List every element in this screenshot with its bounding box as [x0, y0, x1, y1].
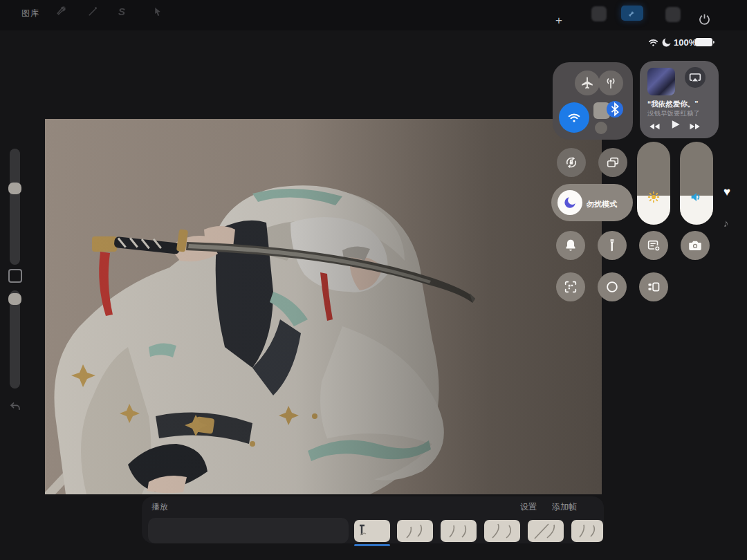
music-note-icon[interactable]: ♪ [723, 217, 729, 229]
rewind-icon[interactable] [647, 120, 661, 131]
transform-arrow-icon[interactable] [151, 6, 164, 18]
gallery-button[interactable]: 图库 [21, 8, 39, 19]
stage-manager-button[interactable] [639, 272, 668, 301]
brightness-slider[interactable] [637, 142, 670, 225]
cellular-data-button[interactable] [598, 71, 623, 95]
hotspot-dot [595, 122, 607, 134]
bluetooth-button[interactable] [607, 101, 623, 118]
ipad-screen: 图库 S + 100% [0, 0, 747, 560]
rotation-lock-button[interactable] [557, 148, 586, 177]
status-moon-icon [661, 37, 672, 48]
actions-wrench-icon[interactable] [54, 6, 66, 18]
opacity-handle[interactable] [8, 293, 21, 305]
frame-thumbnail-2[interactable] [397, 520, 433, 542]
brush-icon[interactable] [591, 6, 607, 21]
screen-mirroring-button[interactable] [598, 148, 627, 177]
modify-button[interactable] [8, 269, 22, 283]
active-tool-button[interactable] [621, 6, 643, 21]
volume-slider[interactable] [680, 142, 713, 225]
brush-size-handle[interactable] [8, 183, 21, 194]
power-icon[interactable] [697, 12, 712, 27]
undo-icon[interactable] [8, 400, 22, 413]
frame-thumbnail-3[interactable] [441, 520, 477, 542]
sun-icon [646, 189, 661, 205]
speaker-icon [689, 189, 704, 205]
fast-forward-icon[interactable] [688, 120, 702, 131]
bell-button[interactable] [556, 231, 585, 260]
screen-record-button[interactable] [598, 272, 627, 301]
frame-thumbnail-6[interactable] [571, 520, 603, 542]
selection-icon[interactable]: S [118, 6, 131, 18]
play-button[interactable]: 播放 [151, 501, 168, 513]
album-art[interactable] [647, 68, 675, 95]
media-title: “我依然爱你。” [647, 100, 699, 109]
frame-thumbnail-1[interactable] [354, 520, 390, 542]
status-wifi-icon [647, 37, 659, 48]
heart-icon[interactable]: ♥ [723, 185, 730, 199]
camera-button[interactable] [681, 231, 710, 260]
settings-button[interactable]: 设置 [520, 501, 537, 513]
opacity-slider[interactable] [10, 290, 20, 389]
flashlight-button[interactable] [598, 231, 627, 260]
new-note-button[interactable] [639, 231, 668, 260]
battery-percent: 100% [674, 37, 697, 48]
airplay-icon[interactable] [685, 67, 706, 88]
adjustments-wand-icon[interactable] [86, 6, 99, 18]
dnd-moon-icon[interactable] [557, 190, 582, 215]
layers-icon[interactable] [665, 7, 681, 22]
screen-dim-overlay [45, 119, 602, 494]
play-icon[interactable] [668, 118, 682, 133]
brush-size-slider[interactable] [10, 149, 20, 265]
selected-frame-underline [354, 544, 390, 546]
frame-thumbnail-5[interactable] [528, 520, 564, 542]
wifi-button[interactable] [559, 102, 589, 133]
battery-icon [695, 38, 712, 46]
code-scanner-button[interactable] [556, 272, 585, 301]
airplane-mode-button[interactable] [575, 71, 600, 95]
frame-thumbnail-4[interactable] [484, 520, 520, 542]
focus-mode-label: 勿扰模式 [587, 199, 617, 209]
add-layer-icon[interactable]: + [555, 15, 562, 26]
timeline-strip[interactable] [148, 518, 349, 543]
add-frame-button[interactable]: 添加帧 [552, 501, 577, 513]
